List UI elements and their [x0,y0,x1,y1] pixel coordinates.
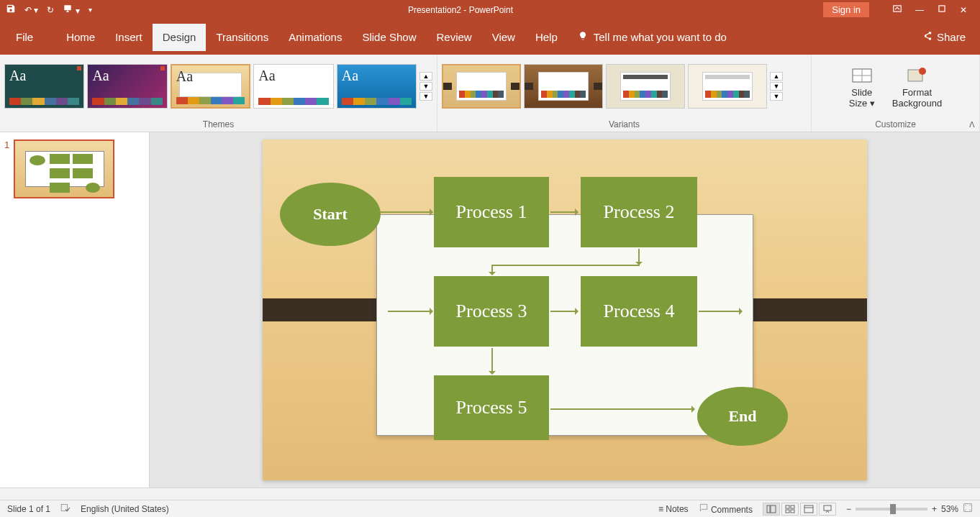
slide-number: 1 [4,139,9,198]
ribbon-options-icon[interactable] [892,4,902,16]
flowchart-process-3[interactable]: Process 3 [434,276,549,347]
variants-label: Variants [437,118,811,132]
slides-panel: 1 [0,132,150,488]
tab-help[interactable]: Help [525,24,568,51]
variant-thumb-4[interactable] [688,64,767,109]
flowchart-end[interactable]: End [697,387,788,446]
variants-group: ▲ ▼ ▼ Variants [437,55,812,132]
svg-rect-11 [791,510,794,513]
close-icon[interactable]: ✕ [960,5,967,15]
tellme-search[interactable]: Tell me what you want to do [568,31,737,43]
svg-rect-6 [767,505,770,513]
save-icon[interactable] [6,4,16,16]
slide-editor[interactable]: Start Process 1 Process 2 Process 3 Proc… [150,132,980,488]
variant-thumb-1[interactable] [442,64,521,109]
flowchart-start[interactable]: Start [280,183,381,246]
flowchart-process-4[interactable]: Process 4 [581,276,697,347]
theme-thumb-1[interactable]: Aa [4,64,84,109]
view-sorter-icon[interactable] [781,503,799,516]
theme-thumb-5[interactable]: Aa [337,64,417,109]
gallery-down-icon[interactable]: ▼ [419,82,432,91]
slide-thumb-1[interactable] [14,139,114,198]
maximize-icon[interactable] [937,4,947,16]
arrow-p5-end [550,408,694,410]
minimize-icon[interactable]: ― [915,5,924,15]
gallery-more-icon[interactable]: ▼ [770,92,783,101]
tab-design[interactable]: Design [153,24,207,51]
comments-button[interactable]: Comments [699,503,753,515]
ribbon: Aa Aa Aa Aa Aa ▲ [0,55,980,132]
svg-rect-12 [804,505,813,513]
undo-icon[interactable]: ↶ ▾ [24,5,38,15]
flowchart-process-1[interactable]: Process 1 [434,177,549,247]
variant-thumb-2[interactable] [524,64,603,109]
arrow-in-p3 [388,311,432,312]
fit-window-icon[interactable] [963,503,973,515]
tab-home[interactable]: Home [56,24,105,51]
share-button[interactable]: Share [915,31,973,43]
gallery-more-icon[interactable]: ▼ [419,92,432,101]
arrow-bend-h [491,265,640,266]
theme-thumb-4[interactable]: Aa [253,64,333,109]
svg-rect-1 [939,6,945,12]
slideshow-start-icon[interactable]: ▾ [63,4,79,16]
view-reading-icon[interactable] [800,503,817,516]
zoom-in-icon[interactable]: + [932,504,937,514]
notes-button[interactable]: ≡ Notes [658,504,689,514]
gallery-up-icon[interactable]: ▲ [419,72,432,81]
svg-rect-10 [786,510,789,513]
qat-customize-icon[interactable]: ▾ [89,6,92,14]
signin-button[interactable]: Sign in [823,2,869,17]
slide-size-button[interactable]: Slide Size ▾ [842,60,882,113]
status-language[interactable]: English (United States) [81,504,169,514]
zoom-percent[interactable]: 53% [941,504,958,514]
tab-review[interactable]: Review [426,24,481,51]
view-normal-icon[interactable] [763,503,780,516]
bulb-icon [578,31,588,43]
collapse-ribbon-icon[interactable]: ᐱ [969,120,975,129]
arrow-start-p1 [381,211,432,213]
themes-gallery-scroll: ▲ ▼ ▼ [419,71,432,101]
slide-canvas[interactable]: Start Process 1 Process 2 Process 3 Proc… [263,139,867,480]
themes-label: Themes [0,118,437,132]
spellcheck-icon[interactable] [60,503,71,515]
flowchart-process-5[interactable]: Process 5 [434,375,549,440]
svg-rect-14 [824,505,831,511]
ribbon-tabs: File Home Insert Design Transitions Anim… [0,19,980,55]
variant-thumb-3[interactable] [606,64,685,109]
quick-access-toolbar: ↶ ▾ ↻ ▾ ▾ [0,4,98,16]
tab-file[interactable]: File [7,24,42,51]
tab-slideshow[interactable]: Slide Show [352,24,426,51]
zoom-slider[interactable] [856,508,927,511]
svg-rect-9 [791,505,794,508]
gallery-up-icon[interactable]: ▲ [770,72,783,81]
arrow-p2-bend [638,249,640,265]
title-bar: ↶ ▾ ↻ ▾ ▾ Presentation2 - PowerPoint Sig… [0,0,980,19]
decor-stripe-left [263,298,378,321]
slide-size-icon [850,64,874,87]
tellme-label: Tell me what you want to do [594,31,727,43]
arrow-p1-p2 [550,211,578,213]
theme-thumb-3[interactable]: Aa [171,64,250,109]
redo-icon[interactable]: ↻ [47,5,54,15]
tab-transitions[interactable]: Transitions [206,24,278,51]
tab-view[interactable]: View [482,24,525,51]
view-slideshow-icon[interactable] [819,503,836,516]
decor-stripe-right [752,298,867,321]
format-background-icon [905,64,928,87]
horizontal-scrollbar[interactable] [0,488,980,500]
view-buttons [763,503,836,516]
arrow-p3-p5 [491,348,493,374]
customize-group: Slide Size ▾ Format Background Customize… [812,55,980,132]
gallery-down-icon[interactable]: ▼ [770,82,783,91]
theme-thumb-2[interactable]: Aa [87,64,167,109]
format-background-button[interactable]: Format Background [885,60,949,113]
status-slide: Slide 1 of 1 [7,504,50,514]
zoom-out-icon[interactable]: − [846,504,851,514]
tab-animations[interactable]: Animations [278,24,352,51]
window-controls: ― ✕ [879,4,980,16]
flowchart-process-2[interactable]: Process 2 [581,177,697,247]
svg-point-4 [919,68,926,75]
tab-insert[interactable]: Insert [105,24,153,51]
svg-rect-0 [894,6,902,12]
